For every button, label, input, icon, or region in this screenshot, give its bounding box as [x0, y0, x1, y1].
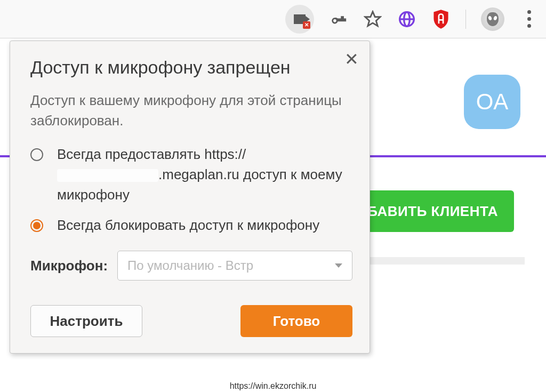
add-client-label: БАВИТЬ КЛИЕНТА	[367, 203, 498, 220]
browser-toolbar: ✕	[0, 0, 546, 38]
popup-button-row: Настроить Готово	[30, 305, 352, 337]
manage-label: Настроить	[50, 313, 123, 330]
manage-button[interactable]: Настроить	[30, 305, 142, 337]
radio-icon	[30, 148, 43, 161]
profile-avatar-icon[interactable]	[481, 7, 504, 31]
toolbar-divider	[465, 10, 466, 29]
blocked-badge: ✕	[303, 21, 310, 29]
microphone-select-row: Микрофон: По умолчанию - Встр	[30, 251, 352, 281]
redacted-domain	[57, 169, 158, 182]
chevron-down-icon	[335, 263, 342, 268]
radio-option-allow[interactable]: Всегда предоставлять https:// .megaplan.…	[30, 145, 352, 205]
radio-label: Всегда блокировать доступ к микрофону	[57, 215, 319, 236]
microphone-permission-popup: ✕ Доступ к микрофону запрещен Доступ к в…	[10, 41, 370, 354]
popup-subtitle: Доступ к вашему микрофону для этой стран…	[30, 91, 352, 131]
select-value: По умолчанию - Встр	[127, 258, 253, 273]
select-label: Микрофон:	[30, 258, 108, 274]
svg-marker-0	[365, 11, 380, 26]
star-icon[interactable]	[363, 10, 382, 29]
popup-title: Доступ к микрофону запрещен	[30, 57, 352, 78]
key-icon[interactable]	[329, 10, 348, 29]
user-avatar[interactable]: OA	[464, 75, 520, 129]
radio-icon-selected	[30, 219, 43, 232]
microphone-select[interactable]: По умолчанию - Встр	[117, 251, 352, 281]
close-icon[interactable]: ✕	[344, 51, 359, 68]
section-divider	[369, 257, 525, 265]
camera-blocked-icon[interactable]: ✕	[285, 5, 314, 34]
done-button[interactable]: Готово	[240, 305, 352, 337]
footer-url: https://win.ekzorchik.ru	[230, 381, 317, 391]
radio-option-block[interactable]: Всегда блокировать доступ к микрофону	[30, 215, 352, 236]
avatar-initials: OA	[476, 89, 509, 115]
menu-dots-icon[interactable]	[519, 10, 539, 29]
globe-icon[interactable]	[397, 10, 416, 29]
done-label: Готово	[273, 313, 320, 330]
radio-label: Всегда предоставлять https:// .megaplan.…	[57, 145, 352, 205]
allow-prefix: Всегда предоставлять https://	[57, 146, 246, 162]
adblock-icon[interactable]	[431, 10, 451, 29]
